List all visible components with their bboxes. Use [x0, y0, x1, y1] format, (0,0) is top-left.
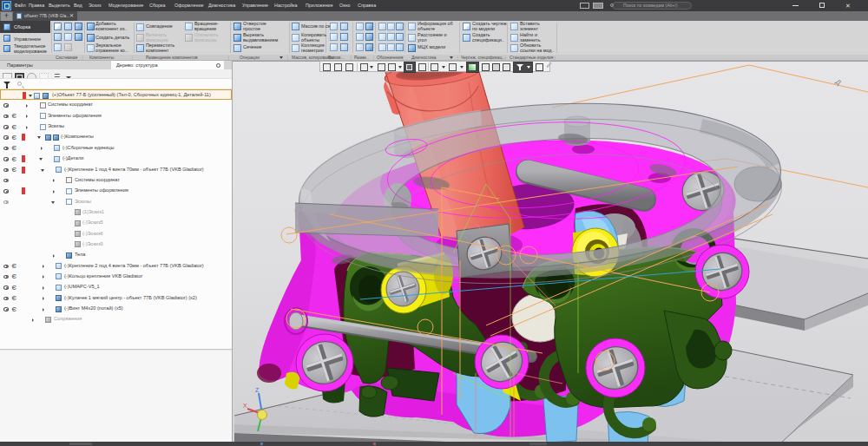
svg-text:X: X — [243, 403, 247, 409]
svg-text:Z: Z — [255, 387, 260, 393]
